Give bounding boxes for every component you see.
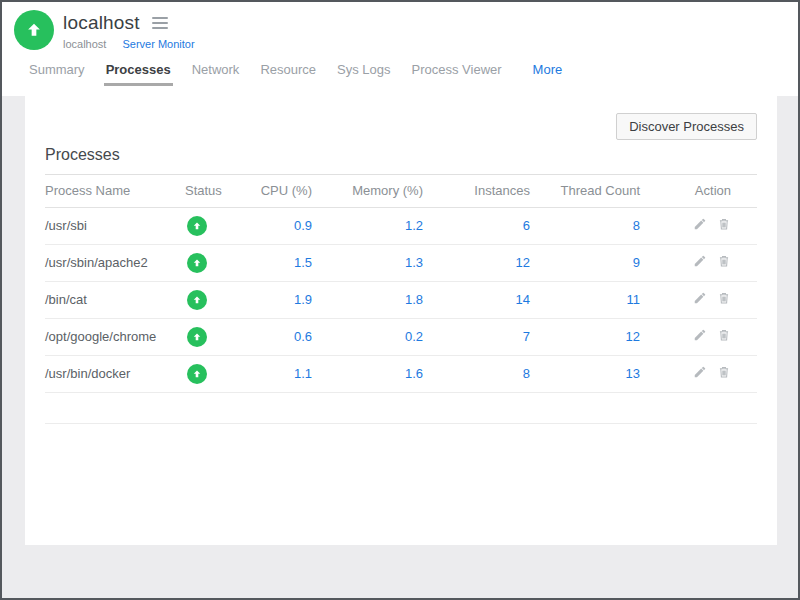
- header-text: localhost localhost Server Monitor: [63, 10, 195, 50]
- threads-value-cell[interactable]: 11: [530, 281, 640, 318]
- instances-value-cell[interactable]: 8: [423, 355, 530, 392]
- status-cell: [185, 318, 247, 355]
- table-body: /usr/sbi 0.9 1.2 6 8: [45, 207, 757, 423]
- breadcrumb-host: localhost: [63, 38, 106, 50]
- edit-pencil-icon[interactable]: [693, 254, 707, 268]
- card-toolbar: Discover Processes: [45, 96, 757, 140]
- discover-processes-button[interactable]: Discover Processes: [616, 113, 757, 140]
- threads-value-cell[interactable]: 8: [530, 207, 640, 244]
- edit-pencil-icon[interactable]: [693, 217, 707, 231]
- tab-processes[interactable]: Processes: [104, 62, 173, 86]
- column-header-status: Status: [185, 175, 247, 207]
- table-row: /opt/google/chrome 0.6 0.2 7 12: [45, 318, 757, 355]
- status-cell: [185, 355, 247, 392]
- edit-pencil-icon[interactable]: [693, 365, 707, 379]
- action-cell: [640, 318, 757, 355]
- action-icons: [693, 217, 731, 231]
- content-background: Discover Processes Processes Process Nam…: [2, 96, 798, 600]
- status-cell: [185, 207, 247, 244]
- table-row: /bin/cat 1.9 1.8 14 11: [45, 281, 757, 318]
- action-icons: [693, 254, 731, 268]
- tab-sys-logs[interactable]: Sys Logs: [335, 62, 392, 86]
- server-monitor-link[interactable]: Server Monitor: [122, 38, 194, 50]
- cpu-value-cell[interactable]: 1.9: [247, 281, 312, 318]
- delete-trash-icon[interactable]: [717, 291, 731, 305]
- action-icons: [693, 365, 731, 379]
- column-header-instances: Instances: [423, 175, 530, 207]
- threads-value-cell[interactable]: 13: [530, 355, 640, 392]
- process-name-cell: /usr/bin/docker: [45, 355, 185, 392]
- cpu-value-cell[interactable]: 1.1: [247, 355, 312, 392]
- tab-summary[interactable]: Summary: [27, 62, 87, 86]
- hamburger-menu-icon[interactable]: [150, 15, 170, 31]
- instances-value-cell[interactable]: 6: [423, 207, 530, 244]
- empty-table-row: [45, 392, 757, 423]
- column-header-process-name: Process Name: [45, 175, 185, 207]
- status-up-icon: [187, 290, 207, 310]
- instances-value-cell[interactable]: 14: [423, 281, 530, 318]
- column-header-action: Action: [640, 175, 757, 207]
- process-name-cell: /usr/sbin/apache2: [45, 244, 185, 281]
- tab-bar: SummaryProcessesNetworkResourceSys LogsP…: [2, 50, 798, 86]
- table-row: /usr/sbi 0.9 1.2 6 8: [45, 207, 757, 244]
- section-title: Processes: [45, 140, 757, 175]
- monitor-status-avatar: [14, 10, 54, 50]
- instances-value-cell[interactable]: 12: [423, 244, 530, 281]
- action-cell: [640, 281, 757, 318]
- status-cell: [185, 244, 247, 281]
- up-arrow-icon: [25, 21, 43, 39]
- action-cell: [640, 355, 757, 392]
- table-row: /usr/sbin/apache2 1.5 1.3 12 9: [45, 244, 757, 281]
- action-cell: [640, 244, 757, 281]
- action-icons: [693, 291, 731, 305]
- cpu-value-cell[interactable]: 1.5: [247, 244, 312, 281]
- instances-value-cell[interactable]: 7: [423, 318, 530, 355]
- cpu-value-cell[interactable]: 0.9: [247, 207, 312, 244]
- processes-table: Process NameStatusCPU (%)Memory (%)Insta…: [45, 175, 757, 424]
- delete-trash-icon[interactable]: [717, 254, 731, 268]
- app-window: localhost localhost Server Monitor Summa…: [0, 0, 800, 600]
- column-header-memory-: Memory (%): [312, 175, 423, 207]
- edit-pencil-icon[interactable]: [693, 328, 707, 342]
- status-up-icon: [187, 327, 207, 347]
- memory-value-cell[interactable]: 1.3: [312, 244, 423, 281]
- delete-trash-icon[interactable]: [717, 328, 731, 342]
- status-up-icon: [187, 253, 207, 273]
- column-header-cpu-: CPU (%): [247, 175, 312, 207]
- process-name-cell: /usr/sbi: [45, 207, 185, 244]
- tab-network[interactable]: Network: [190, 62, 242, 86]
- table-header-row: Process NameStatusCPU (%)Memory (%)Insta…: [45, 175, 757, 207]
- process-name-cell: /opt/google/chrome: [45, 318, 185, 355]
- memory-value-cell[interactable]: 1.6: [312, 355, 423, 392]
- delete-trash-icon[interactable]: [717, 365, 731, 379]
- column-header-thread-count: Thread Count: [530, 175, 640, 207]
- memory-value-cell[interactable]: 1.8: [312, 281, 423, 318]
- header-top: localhost localhost Server Monitor: [2, 2, 798, 50]
- status-up-icon: [187, 216, 207, 236]
- tab-resource[interactable]: Resource: [258, 62, 318, 86]
- delete-trash-icon[interactable]: [717, 217, 731, 231]
- threads-value-cell[interactable]: 9: [530, 244, 640, 281]
- page-title: localhost: [63, 12, 140, 34]
- status-up-icon: [187, 364, 207, 384]
- tab-more[interactable]: More: [531, 62, 565, 86]
- processes-card: Discover Processes Processes Process Nam…: [25, 96, 777, 545]
- edit-pencil-icon[interactable]: [693, 291, 707, 305]
- tab-process-viewer[interactable]: Process Viewer: [410, 62, 504, 86]
- table-row: /usr/bin/docker 1.1 1.6 8 13: [45, 355, 757, 392]
- memory-value-cell[interactable]: 0.2: [312, 318, 423, 355]
- app-header: localhost localhost Server Monitor Summa…: [2, 2, 798, 88]
- process-name-cell: /bin/cat: [45, 281, 185, 318]
- action-cell: [640, 207, 757, 244]
- memory-value-cell[interactable]: 1.2: [312, 207, 423, 244]
- cpu-value-cell[interactable]: 0.6: [247, 318, 312, 355]
- threads-value-cell[interactable]: 12: [530, 318, 640, 355]
- action-icons: [693, 328, 731, 342]
- status-cell: [185, 281, 247, 318]
